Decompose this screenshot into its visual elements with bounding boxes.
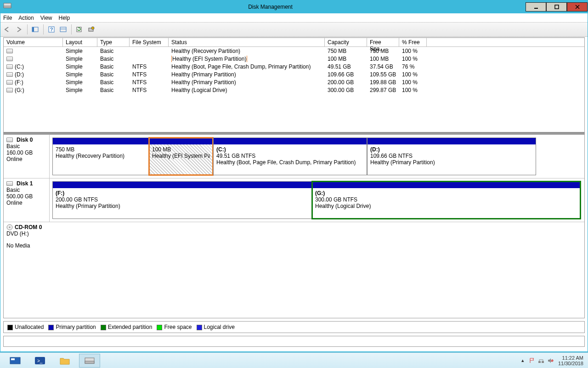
minimize-button[interactable] xyxy=(526,2,546,12)
tray-clock[interactable]: 11:22 AM 11/30/2018 xyxy=(558,355,583,366)
menu-view[interactable]: View xyxy=(40,15,52,21)
col-percent-free[interactable]: % Free xyxy=(399,38,427,46)
svg-rect-10 xyxy=(60,27,66,32)
partition-bar xyxy=(149,138,213,144)
close-button[interactable] xyxy=(567,2,588,12)
partition-bar xyxy=(53,138,148,144)
taskbar-disk-management[interactable] xyxy=(79,354,100,368)
disk1-type: Basic xyxy=(6,187,46,193)
tray-icons xyxy=(529,357,554,364)
volume-list[interactable]: SimpleBasicHealthy (Recovery Partition)7… xyxy=(4,47,584,132)
taskbar[interactable]: >_ ▴ 11:22 AM 11/30/2018 xyxy=(0,352,588,368)
part-size: 750 MB xyxy=(56,146,146,153)
taskbar-explorer[interactable] xyxy=(54,354,75,368)
col-status[interactable]: Status xyxy=(169,38,325,46)
drive-icon xyxy=(6,72,13,77)
col-capacity[interactable]: Capacity xyxy=(325,38,367,46)
back-button[interactable] xyxy=(2,24,12,34)
disk0-partitions: 750 MB Healthy (Recovery Partition) 100 … xyxy=(50,135,584,178)
legend-logical: Logical drive xyxy=(204,324,235,330)
volume-list-header: Volume Layout Type File System Status Ca… xyxy=(4,38,584,47)
svg-point-16 xyxy=(9,227,11,228)
col-layout[interactable]: Layout xyxy=(63,38,97,46)
part-status: Healthy (Boot, Page File, Crash Dump, Pr… xyxy=(216,159,364,166)
system-tray[interactable]: ▴ 11:22 AM 11/30/2018 xyxy=(517,355,588,366)
disk-row-cdrom[interactable]: CD-ROM 0 DVD (H:) No Media xyxy=(4,222,584,268)
drive-icon xyxy=(6,80,13,85)
menu-action[interactable]: Action xyxy=(18,15,34,21)
disk-management-window: Disk Management File Action View Help ? … xyxy=(0,0,588,352)
disk0-partition-efi[interactable]: 100 MB Healthy (EFI System Partition) xyxy=(149,138,213,175)
volume-row[interactable]: (G:)SimpleBasicNTFSHealthy (Logical Driv… xyxy=(4,86,584,94)
menu-file[interactable]: File xyxy=(3,15,12,21)
disk-icon xyxy=(6,138,13,142)
part-size: 109.66 GB NTFS xyxy=(370,153,533,159)
col-filesystem[interactable]: File System xyxy=(130,38,169,46)
volume-row[interactable]: (F:)SimpleBasicNTFSHealthy (Primary Part… xyxy=(4,78,584,86)
svg-rect-22 xyxy=(85,361,94,363)
disk1-partition-f[interactable]: (F:) 200.00 GB NTFS Healthy (Primary Par… xyxy=(52,181,312,219)
cdrom-icon xyxy=(6,224,13,230)
disk0-name: Disk 0 xyxy=(17,137,33,143)
toolbar-icon[interactable] xyxy=(58,24,68,34)
taskbar-powershell[interactable]: >_ xyxy=(29,354,51,368)
forward-button[interactable] xyxy=(14,24,24,34)
part-name: (G:) xyxy=(315,190,577,196)
col-free[interactable]: Free Spa... xyxy=(367,38,399,46)
part-name: (D:) xyxy=(370,146,533,153)
part-status: Healthy (Logical Drive) xyxy=(315,203,577,209)
svg-rect-3 xyxy=(555,5,559,9)
svg-point-14 xyxy=(91,27,94,29)
part-size: 300.00 GB NTFS xyxy=(315,196,577,203)
menu-help[interactable]: Help xyxy=(59,15,70,21)
part-name: (C:) xyxy=(216,146,364,153)
svg-rect-7 xyxy=(32,27,34,32)
legend-free: Free space xyxy=(164,324,192,330)
disk1-partition-g[interactable]: (G:) 300.00 GB NTFS Healthy (Logical Dri… xyxy=(312,181,581,219)
graphical-view[interactable]: Disk 0 Basic 160.00 GB Online 750 MB Hea… xyxy=(4,134,584,318)
disk1-state: Online xyxy=(6,200,46,206)
drive-icon xyxy=(6,64,13,69)
taskbar-server-manager[interactable] xyxy=(5,354,26,368)
taskbar-pinned: >_ xyxy=(0,354,105,368)
titlebar[interactable]: Disk Management xyxy=(0,0,588,13)
volume-row[interactable]: (D:)SimpleBasicNTFSHealthy (Primary Part… xyxy=(4,70,584,78)
volume-row[interactable]: (C:)SimpleBasicNTFSHealthy (Boot, Page F… xyxy=(4,63,584,70)
svg-rect-24 xyxy=(542,361,544,363)
disk0-partition-recovery[interactable]: 750 MB Healthy (Recovery Partition) xyxy=(52,138,149,175)
toolbar: ? xyxy=(0,23,588,37)
partition-bar xyxy=(53,182,311,188)
disk-row-disk1[interactable]: Disk 1 Basic 500.00 GB Online (F:) 200.0… xyxy=(4,178,584,222)
tray-chevron-icon[interactable]: ▴ xyxy=(521,357,524,363)
drive-icon xyxy=(6,57,13,61)
col-spacer xyxy=(427,38,584,46)
volume-row[interactable]: SimpleBasicHealthy (EFI System Partition… xyxy=(4,55,584,63)
svg-text:>_: >_ xyxy=(37,358,43,363)
maximize-button[interactable] xyxy=(546,2,567,12)
volume-row[interactable]: SimpleBasicHealthy (Recovery Partition)7… xyxy=(4,47,584,55)
show-hide-tree-button[interactable] xyxy=(30,24,40,34)
part-status: Healthy (Primary Partition) xyxy=(56,203,309,209)
tray-volume-icon[interactable] xyxy=(547,357,554,364)
cdrom-name: CD-ROM 0 xyxy=(15,224,42,230)
window-controls xyxy=(526,2,588,12)
disk-row-disk0[interactable]: Disk 0 Basic 160.00 GB Online 750 MB Hea… xyxy=(4,135,584,178)
disk1-label: Disk 1 Basic 500.00 GB Online xyxy=(4,178,50,222)
tray-flag-icon[interactable] xyxy=(529,357,535,364)
col-volume[interactable]: Volume xyxy=(4,38,63,46)
part-size: 200.00 GB NTFS xyxy=(56,196,309,203)
disk0-partition-c[interactable]: (C:) 49.51 GB NTFS Healthy (Boot, Page F… xyxy=(213,138,367,175)
disk0-partition-d[interactable]: (D:) 109.66 GB NTFS Healthy (Primary Par… xyxy=(367,138,536,175)
svg-rect-23 xyxy=(538,361,541,363)
help-button[interactable]: ? xyxy=(46,24,57,34)
legend: Unallocated Primary partition Extended p… xyxy=(3,321,585,333)
tray-network-icon[interactable] xyxy=(538,357,544,364)
disk0-size: 160.00 GB xyxy=(6,150,46,156)
partition-bar xyxy=(214,138,367,144)
disk0-state: Online xyxy=(6,156,46,162)
refresh-button[interactable] xyxy=(74,24,85,34)
col-type[interactable]: Type xyxy=(97,38,130,46)
settings-icon[interactable] xyxy=(86,24,96,34)
content-area: Volume Layout Type File System Status Ca… xyxy=(3,37,585,318)
partition-bar xyxy=(368,138,536,144)
